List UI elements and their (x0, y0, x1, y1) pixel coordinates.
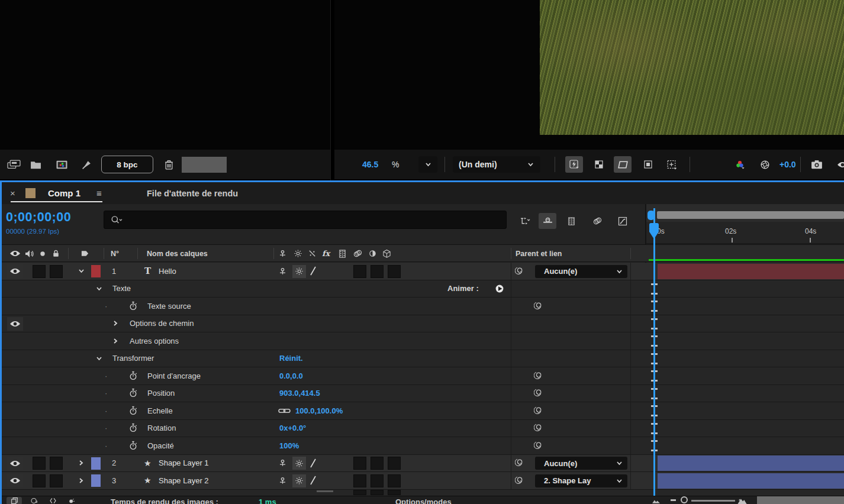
parent-dropdown[interactable]: Aucun(e) (535, 457, 627, 470)
property-name[interactable]: Rotation (147, 420, 176, 437)
animate-icon[interactable] (495, 280, 504, 298)
property-pickwhip-icon[interactable] (534, 367, 544, 385)
layer-name[interactable]: Shape Layer 1 (159, 455, 209, 472)
property-row[interactable]: ·Rotation0x+0.0° (2, 420, 844, 438)
layer-label-swatch[interactable] (91, 265, 101, 277)
group-name[interactable]: Transformer (112, 350, 154, 367)
expander-icon[interactable] (78, 472, 85, 489)
property-value[interactable]: 0x+0.0° (279, 420, 306, 437)
parent-pickwhip-icon[interactable] (515, 472, 525, 489)
label-column-icon[interactable] (80, 245, 90, 262)
audio-toggle-box[interactable] (33, 265, 46, 278)
audio-column-icon[interactable] (24, 245, 34, 262)
quality-best-icon[interactable] (308, 472, 318, 489)
zoom-out-mountain-icon[interactable] (650, 497, 661, 504)
property-pickwhip-icon[interactable] (534, 298, 544, 315)
switch-box[interactable] (388, 457, 401, 470)
eye-icon[interactable] (7, 264, 23, 278)
property-value[interactable]: 100.0,100.0% (295, 402, 343, 419)
tab-render-queue[interactable]: File d'attente de rendu (147, 182, 238, 204)
stopwatch-icon[interactable] (128, 298, 138, 315)
show-snapshot-eye-icon[interactable] (833, 156, 844, 173)
transparency-grid-icon[interactable] (590, 156, 608, 173)
magnification-dropdown[interactable] (418, 156, 437, 173)
solo-toggle-box[interactable] (50, 457, 63, 470)
parent-pickwhip-icon[interactable] (515, 263, 525, 280)
transfer-controls-pane-icon[interactable] (27, 497, 41, 504)
property-name[interactable]: Opacité (147, 437, 174, 454)
collapse-transformations-icon[interactable] (292, 265, 306, 278)
safe-margins-icon[interactable] (639, 156, 657, 173)
search-input[interactable] (104, 211, 507, 229)
new-composition-icon[interactable] (52, 150, 71, 179)
timeline-horizontal-scrollbar[interactable] (757, 496, 844, 504)
property-row[interactable]: ·Texte source (2, 298, 844, 315)
solo-toggle-box[interactable] (50, 265, 63, 278)
layer-row[interactable]: 1THelloAucun(e) (2, 263, 844, 280)
project-panel-scroll-thumb[interactable] (182, 157, 227, 173)
layer-switches-pane-icon[interactable] (7, 497, 22, 504)
layer-name[interactable]: Hello (159, 263, 176, 280)
collapse-transformations-icon[interactable] (292, 457, 306, 470)
stopwatch-icon[interactable] (128, 437, 138, 454)
zoom-slider-handle[interactable] (681, 496, 688, 503)
interpret-footage-icon[interactable] (4, 150, 24, 179)
parent-dropdown[interactable]: 2. Shape Lay (535, 474, 627, 487)
snapshot-camera-icon[interactable] (808, 156, 826, 173)
viewer-zoom-value[interactable]: 46.5 (362, 160, 378, 169)
in-out-pane-icon[interactable] (46, 497, 60, 504)
channel-rgb-icon[interactable] (731, 156, 749, 173)
layer-label-swatch[interactable] (91, 474, 101, 487)
parent-pickwhip-icon[interactable] (515, 455, 525, 472)
current-timecode[interactable]: 0;00;00;00 (6, 210, 71, 225)
layer-label-swatch[interactable] (91, 457, 101, 470)
lock-column-icon[interactable] (51, 245, 60, 262)
quality-sampling-icon[interactable] (278, 455, 287, 472)
column-layer-name[interactable]: Nom des calques (147, 245, 208, 262)
group-name[interactable]: Options de chemin (130, 315, 194, 332)
property-group-row[interactable]: Autres options (2, 332, 844, 350)
view-options-icon[interactable] (663, 156, 681, 173)
switch-box[interactable] (371, 265, 384, 278)
layer-duration-bar[interactable] (658, 264, 844, 279)
options-modes-button[interactable]: Options/modes (395, 497, 452, 504)
region-of-interest-icon[interactable] (614, 156, 632, 173)
parent-dropdown[interactable]: Aucun(e) (535, 265, 627, 278)
quality-sampling-icon[interactable] (278, 472, 287, 489)
property-row[interactable]: ·Point d'ancrage0.0,0.0 (2, 367, 844, 385)
eye-icon[interactable] (7, 457, 23, 470)
reset-link[interactable]: Réinit. (279, 350, 303, 367)
switch-box[interactable] (388, 474, 401, 487)
collapse-transformations-icon[interactable] (292, 474, 306, 487)
motion-blur-icon[interactable] (588, 213, 606, 229)
eye-column-icon[interactable] (9, 245, 21, 262)
property-value[interactable]: 0.0,0.0 (279, 367, 303, 385)
quality-sampling-icon[interactable] (278, 263, 287, 280)
stopwatch-icon[interactable] (128, 385, 138, 402)
layer-duration-bar[interactable] (658, 473, 844, 489)
group-name[interactable]: Texte (112, 280, 131, 298)
switch-box[interactable] (353, 265, 366, 278)
fast-preview-icon[interactable] (565, 156, 583, 173)
expander-icon[interactable] (78, 263, 85, 280)
new-folder-icon[interactable] (26, 150, 45, 179)
exposure-value[interactable]: +0.0 (779, 160, 796, 169)
property-name[interactable]: Texte source (147, 298, 191, 315)
stopwatch-icon[interactable] (128, 402, 138, 419)
property-group-row[interactable]: TexteAnimer : (2, 280, 844, 298)
solo-column-icon[interactable] (38, 245, 47, 262)
eye-icon[interactable] (7, 317, 23, 331)
eye-icon[interactable] (7, 474, 23, 487)
column-parent[interactable]: Parent et lien (516, 245, 562, 262)
group-name[interactable]: Autres options (130, 332, 179, 350)
property-value[interactable]: 903.0,414.5 (279, 385, 320, 402)
render-time-pane-icon[interactable] (65, 497, 79, 504)
property-name[interactable]: Echelle (147, 402, 173, 419)
layer-duration-bar[interactable] (658, 455, 844, 471)
switch-box[interactable] (353, 474, 366, 487)
constrain-proportions-icon[interactable] (278, 402, 291, 419)
layer-name[interactable]: Shape Layer 2 (159, 472, 209, 489)
expander-icon[interactable] (112, 315, 119, 332)
frame-blending-icon[interactable] (562, 213, 580, 229)
column-number[interactable]: N° (111, 245, 119, 262)
